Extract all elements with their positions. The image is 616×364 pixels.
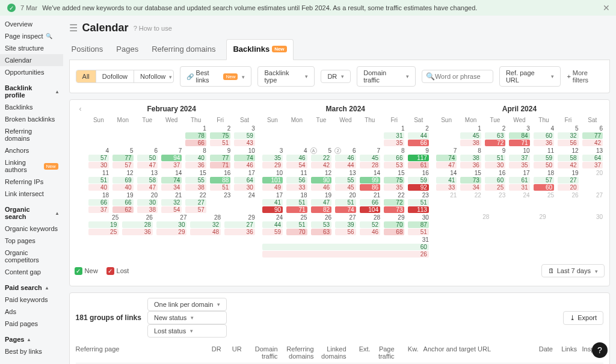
calendar-day[interactable]: 147434	[159, 169, 183, 191]
calendar-day[interactable]: 125842	[556, 147, 580, 169]
calendar-day[interactable]: 86653	[382, 147, 406, 169]
calendar-day[interactable]: 27	[581, 191, 605, 213]
sidebar-item-best-by-links[interactable]: Best by links	[0, 345, 63, 357]
calendar-day[interactable]: 2166104	[358, 191, 382, 214]
menu-icon[interactable]: ☰	[69, 22, 78, 34]
calendar-day[interactable]: 107446	[232, 147, 256, 169]
calendar-day[interactable]: 213254	[159, 191, 183, 214]
sidebar-item-calendar[interactable]: Calendar	[0, 54, 63, 66]
calendar-day[interactable]: 196662	[111, 191, 135, 214]
tab-referring-domains[interactable]: Referring domains	[149, 39, 218, 60]
calendar-day[interactable]: 135545	[333, 169, 357, 191]
calendar-day[interactable]: 174190	[260, 191, 285, 214]
calendar-day[interactable]: 115140	[87, 169, 111, 191]
link-type-nofollow[interactable]: Nofollow	[134, 70, 174, 82]
how-to-use-link[interactable]: ?How to use	[134, 25, 172, 32]
calendar-day[interactable]: 144133	[434, 169, 458, 191]
calendar-day[interactable]: 83836	[458, 147, 482, 169]
calendar-day[interactable]: 46036	[532, 125, 556, 147]
sidebar-item-link-intersect[interactable]: Link intersect	[0, 188, 63, 200]
calendar-day[interactable]: 24466	[406, 125, 430, 147]
sidebar-item-top-pages[interactable]: Top pages	[0, 235, 63, 247]
calendar-day[interactable]: 273956	[333, 214, 357, 236]
sidebar-item-broken-backlinks[interactable]: Broken backlinks	[0, 113, 63, 125]
calendar-day[interactable]: 115633	[285, 169, 309, 191]
calendar-day[interactable]: 297068	[382, 214, 406, 236]
calendar-day[interactable]: 251925	[87, 214, 121, 236]
calendar-day[interactable]: 24	[507, 191, 531, 213]
calendar-day[interactable]: 222757	[183, 191, 208, 214]
calendar-day[interactable]: 624644	[333, 147, 357, 169]
group-filter[interactable]: One link per domain	[147, 298, 227, 311]
group-filter[interactable]: New status	[147, 311, 227, 324]
prev-month-button[interactable]: ‹	[75, 103, 87, 258]
tab-pages[interactable]: Pages	[114, 39, 141, 60]
calendar-day[interactable]: 84036	[183, 147, 208, 169]
calendar-day[interactable]: 14538	[458, 125, 482, 147]
sidebar-item-site-structure[interactable]: Site structure	[0, 42, 63, 54]
calendar-day[interactable]: 149986	[358, 169, 382, 191]
sidebar-item-content-gap[interactable]: Content gap	[0, 266, 63, 278]
calendar-day[interactable]: 308751	[406, 214, 430, 236]
calendar-day[interactable]: 27551	[208, 125, 232, 147]
calendar-day[interactable]: 262836	[120, 214, 155, 236]
calendar-day[interactable]: 129046	[309, 169, 333, 191]
calendar-day[interactable]: 97771	[208, 147, 232, 169]
calendar-day[interactable]: 23	[483, 191, 507, 213]
ref-page-url-filter[interactable]: Ref. page URL	[499, 66, 561, 87]
calendar-day[interactable]: 24	[232, 191, 256, 214]
calendar-day[interactable]: 21	[434, 191, 458, 213]
calendar-day[interactable]: 176131	[507, 169, 531, 191]
calendar-day[interactable]: 205174	[333, 191, 357, 214]
calendar-day[interactable]: 57757	[111, 147, 135, 169]
calendar-day[interactable]: 244459	[260, 214, 285, 236]
group-filter[interactable]: Lost status	[147, 324, 227, 338]
sidebar-item-paid-pages[interactable]: Paid pages	[0, 318, 63, 330]
sidebar-item-organic-competitors[interactable]: Organic competitors	[0, 247, 63, 266]
calendar-day[interactable]: 194782	[309, 191, 333, 214]
tab-positions[interactable]: Positions	[69, 39, 106, 60]
calendar-day[interactable]: 33529	[260, 147, 285, 169]
close-icon[interactable]: ✕	[603, 3, 610, 13]
sidebar-item-backlinks[interactable]: Backlinks	[0, 101, 63, 113]
calendar-day[interactable]: 165992	[406, 169, 430, 191]
calendar-day[interactable]: 26	[556, 191, 580, 213]
backlink-type-filter[interactable]: Backlink type	[257, 66, 315, 87]
calendar-day[interactable]: 273029	[155, 214, 189, 236]
sidebar-item-anchors[interactable]: Anchors	[0, 144, 63, 156]
calendar-day[interactable]: 185171	[285, 191, 309, 214]
calendar-day[interactable]: 79437	[159, 147, 183, 169]
search-input[interactable]	[435, 73, 489, 80]
calendar-day[interactable]: 155538	[183, 169, 208, 191]
calendar-day[interactable]: 26372	[483, 125, 507, 147]
calendar-day[interactable]: 17866	[183, 125, 208, 147]
calendar-day[interactable]: 30	[548, 213, 605, 235]
sidebar-item-organic-keywords[interactable]: Organic keywords	[0, 223, 63, 235]
calendar-day[interactable]: 115950	[532, 147, 556, 169]
export-button[interactable]: ⤓Export	[563, 311, 603, 325]
calendar-day[interactable]: 255170	[285, 214, 309, 236]
sidebar-heading[interactable]: Paid search ▴	[0, 282, 63, 294]
sidebar-item-referring-domains[interactable]: Referring domains	[0, 125, 63, 144]
calendar-day[interactable]: 185760	[532, 169, 556, 191]
calendar-day[interactable]: 13135	[382, 125, 406, 147]
calendar-day[interactable]: 29	[491, 213, 547, 235]
sidebar-item-ads[interactable]: Ads	[0, 306, 63, 318]
calendar-day[interactable]: 911761	[406, 147, 430, 169]
calendar-day[interactable]: 135847	[135, 169, 159, 191]
date-range-picker[interactable]: 🗓Last 7 days	[541, 264, 605, 277]
sidebar-heading[interactable]: Outgoing links ▴	[0, 361, 63, 364]
sidebar-item-linking-authors[interactable]: Linking authorsNew	[0, 156, 63, 176]
calendar-day[interactable]: 103735	[507, 147, 531, 169]
calendar-day[interactable]: 23	[208, 191, 232, 214]
calendar-day[interactable]: 2351113	[406, 191, 430, 214]
more-filters-button[interactable]: +More filters	[567, 69, 603, 84]
sidebar-item-overview[interactable]: Overview	[0, 18, 63, 30]
sidebar-item-paid-keywords[interactable]: Paid keywords	[0, 294, 63, 306]
calendar-day[interactable]: 126940	[111, 169, 135, 191]
calendar-day[interactable]: 53256	[556, 125, 580, 147]
calendar-day[interactable]: 28	[434, 213, 491, 235]
calendar-day[interactable]: 283248	[188, 214, 223, 236]
tab-backlinks[interactable]: BacklinksNew	[226, 39, 293, 60]
calendar-day[interactable]: 74528	[358, 147, 382, 169]
